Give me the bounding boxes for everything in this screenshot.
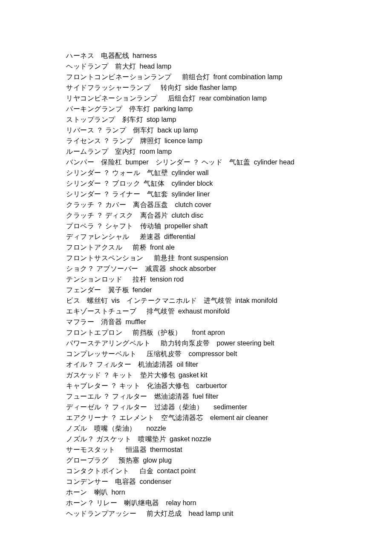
term-english: exhaust monifold <box>178 308 230 315</box>
term-english: thermostat <box>150 446 182 453</box>
term-japanese: テンションロッド <box>66 276 122 283</box>
term-japanese: ヘッドランプアッシー <box>66 510 136 517</box>
term-chinese: 拉杆 <box>133 276 147 283</box>
term-japanese: ディーゼル ？ フィルター <box>66 403 147 411</box>
glossary-line: パーキングランプ停车灯parking lamp <box>66 104 326 114</box>
term-japanese: シリンダー ？ ブロック <box>66 180 140 187</box>
glossary-line: キャブレター ？ キット化油器大修包carbuertor <box>66 380 326 391</box>
term-japanese: ルームランプ <box>66 148 108 155</box>
term-english: power steering belt <box>217 339 274 347</box>
glossary-line: パワーステアリングベルト助力转向泵皮带power steering belt <box>66 338 326 348</box>
glossary-line: ディーゼル ？ フィルター过滤器（柴油）sedimenter <box>66 402 326 412</box>
term-japanese: ノズル <box>66 425 87 432</box>
term-chinese: 过滤器（柴油） <box>154 403 204 411</box>
term-english: intak monifold <box>235 297 277 304</box>
term-english: carbuertor <box>196 382 227 389</box>
glossary-line: グロープラグ预热塞glow plug <box>66 455 326 466</box>
term-english: cylinder wall <box>172 169 209 176</box>
glossary-line: フロントエプロン前挡板（护板）front apron <box>66 327 326 338</box>
term-japanese: ハーネス <box>66 52 94 59</box>
term-english: head lamp <box>140 63 172 70</box>
term-english: compressor belt <box>189 350 237 357</box>
term-english: front ale <box>150 244 175 251</box>
glossary-line: リバース ？ ランプ倒车灯back up lamp <box>66 125 326 135</box>
glossary-line: フロントサスペンション前悬挂front suspension <box>66 253 326 263</box>
term-english: front combination lamp <box>213 73 282 81</box>
term-chinese: 气缸套 <box>147 190 168 198</box>
term-chinese: 螺丝钉 <box>87 297 108 304</box>
term-chinese: 空气滤清器芯 <box>161 414 203 421</box>
term-chinese: 差速器 <box>140 233 161 240</box>
glossary-line: オイル？ フィルター机油滤清器oil filter <box>66 359 326 370</box>
term-japanese: フロントコンビネーションランプ <box>66 73 172 81</box>
term-english: cylinder head <box>254 158 294 166</box>
term-japanese: グロープラグ <box>66 457 108 464</box>
term-japanese: ヘッドランプ <box>66 63 108 70</box>
term-japanese: リヤコンビネーションランプ <box>66 95 158 102</box>
document-page: ハーネス电器配线harnessヘッドランプ前大灯head lampフロントコンビ… <box>0 0 392 519</box>
term-english: glow plug <box>143 457 172 464</box>
term-english: shock absorber <box>170 265 216 272</box>
term-japanese: プロペラ ？ シャフト <box>66 222 133 230</box>
term-chinese: 白金 <box>140 467 154 474</box>
term-chinese: 前挡板（护板） <box>133 329 182 336</box>
term-chinese: 前组合灯 <box>182 73 210 81</box>
term-chinese: 消音器 <box>101 318 122 325</box>
term-english: contact point <box>157 467 196 474</box>
term-chinese: 倒车灯 <box>133 127 154 134</box>
term-japanese: フロントサスペンション <box>66 254 144 262</box>
term-chinese: 转向灯 <box>161 84 182 91</box>
term-japanese: ホーン？ リレー <box>66 499 117 506</box>
glossary-line: バンパー保险杠bumperシリンダー ？ ヘッド气缸盖cylinder head <box>66 157 326 167</box>
term-english: horn <box>112 489 125 496</box>
term-japanese: フロントアクスル <box>66 244 122 251</box>
glossary-line: クラッチ ？ カバー离合器压盘clutch cover <box>66 199 326 210</box>
term-chinese: 前悬挂 <box>154 254 175 262</box>
glossary-line: ハーネス电器配线harness <box>66 50 326 61</box>
glossary-line: サーモスタット恒温器thermostat <box>66 444 326 455</box>
glossary-line: シリンダー ？ ライナー气缸套sylinder liner <box>66 189 326 199</box>
term-english: parking lamp <box>154 105 193 112</box>
term-english: vis <box>112 297 120 304</box>
term-chinese: 刹车灯 <box>122 116 144 123</box>
term-english: gasket kit <box>179 371 208 379</box>
term-japanese: ガスケッド ？ キット <box>66 371 133 379</box>
term-japanese: シリンダー ？ ヘッド <box>156 158 223 166</box>
glossary-line: フェンダー翼子板fender <box>66 285 326 295</box>
term-japanese: ノズル？ ガスケット <box>66 435 131 443</box>
glossary-line: ディファレンシャル差速器differential <box>66 231 326 242</box>
glossary-line: ヘッドランプ前大灯head lamp <box>66 61 326 72</box>
term-chinese: 减震器 <box>145 265 167 272</box>
term-chinese: 恒温器 <box>126 446 147 453</box>
glossary-line: ショク？ アブソーバー减震器shock absorber <box>66 263 326 274</box>
term-japanese: マフラー <box>66 318 94 325</box>
term-japanese: リバース ？ ランプ <box>66 127 126 134</box>
term-english: stop lamp <box>147 116 176 123</box>
term-chinese: 离合器压盘 <box>133 201 168 208</box>
term-chinese: 喷嘴垫片 <box>138 435 166 443</box>
term-japanese: ディファレンシャル <box>66 233 130 240</box>
glossary-line: サイドフラッシャーランプ转向灯side flasher lamp <box>66 82 326 93</box>
term-chinese: 停车灯 <box>129 105 150 112</box>
term-chinese: 电容器 <box>115 478 136 485</box>
term-english: room lamp <box>140 148 172 155</box>
glossary-line: クラッチ ？ ディスク离合器片clutch disc <box>66 210 326 221</box>
glossary-line: ガスケッド ？ キット垫片大修包gasket kit <box>66 370 326 380</box>
term-japanese: サイドフラッシャーランプ <box>66 84 150 91</box>
term-japanese: コンデンサー <box>66 478 108 485</box>
term-japanese: シリンダー ？ ライナー <box>66 190 140 198</box>
term-japanese: クラッチ ？ カバー <box>66 201 126 208</box>
term-english: propeller shaft <box>164 222 208 230</box>
term-japanese: ライセンス ？ ランプ <box>66 137 133 144</box>
term-japanese: シリンダー ？ ウォール <box>66 169 140 176</box>
term-chinese: 翼子板 <box>108 286 130 293</box>
glossary-line: シリンダー ？ ウォール气缸壁cylinder wall <box>66 167 326 178</box>
glossary-line: フロントコンビネーションランプ前组合灯front combination lam… <box>66 72 326 82</box>
term-japanese: オイル？ フィルター <box>66 361 131 368</box>
glossary-line: コンプレッサーベルト压缩机皮带compressor belt <box>66 348 326 359</box>
term-chinese: 前大灯总成 <box>147 510 182 517</box>
term-chinese: 压缩机皮带 <box>147 350 182 357</box>
term-english: cylinder block <box>172 180 213 187</box>
term-english: fuel filter <box>193 393 218 400</box>
term-chinese: 电器配线 <box>101 52 129 59</box>
